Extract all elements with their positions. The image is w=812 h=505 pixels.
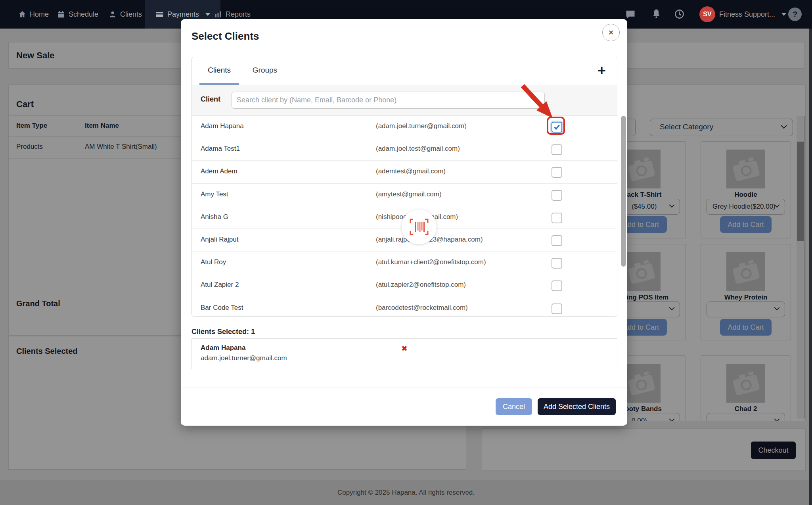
client-checkbox[interactable] <box>552 235 562 246</box>
client-checkbox[interactable] <box>552 167 562 178</box>
client-row[interactable]: Adama Test1 (adam.joel.test@gmail.com) <box>192 138 617 161</box>
client-search-label: Client <box>201 95 220 104</box>
tab-groups-label: Groups <box>253 66 277 75</box>
add-selected-clients-button[interactable]: Add Selected Clients <box>538 398 616 415</box>
tab-clients-label: Clients <box>208 66 231 75</box>
add-client-plus-icon[interactable]: + <box>598 62 606 79</box>
client-name: Atul Zapier 2 <box>201 281 239 289</box>
client-name: Adem Adem <box>201 167 237 175</box>
client-name: Atul Roy <box>201 258 226 266</box>
client-checkbox[interactable] <box>552 190 562 201</box>
client-email: (adam.joel.test@gmail.com) <box>376 145 460 153</box>
client-email: (atul.zapier2@onefitstop.com) <box>376 281 466 289</box>
client-row[interactable]: Bar Code Test (barcodetest@rocketmail.co… <box>192 297 617 319</box>
client-name: Amy Test <box>201 190 228 198</box>
history-clock-icon[interactable] <box>674 9 685 21</box>
nav-payments-label: Payments <box>167 10 199 19</box>
barcode-scan-badge <box>402 209 437 244</box>
client-checkbox[interactable] <box>552 303 562 314</box>
client-checkbox[interactable] <box>552 258 562 269</box>
client-email: (amytest@gmail.com) <box>376 190 442 198</box>
tab-bar: Clients Groups + <box>192 57 617 85</box>
nav-reports-label: Reports <box>226 10 251 19</box>
client-email: (adam.joel.turner@gmail.com) <box>376 122 467 130</box>
cancel-button[interactable]: Cancel <box>496 398 532 415</box>
remove-selected-icon[interactable]: ✖ <box>401 344 408 353</box>
nav-home[interactable]: Home <box>18 0 49 29</box>
client-name: Anisha G <box>201 213 228 221</box>
client-email: (barcodetest@rocketmail.com) <box>376 304 468 312</box>
annotation-ring <box>547 117 565 135</box>
client-name: Bar Code Test <box>201 304 243 312</box>
client-checkbox[interactable] <box>552 213 562 223</box>
chevron-down-icon <box>781 13 786 16</box>
client-row[interactable]: Adem Adem (ademtest@gmail.com) <box>192 161 617 183</box>
client-row[interactable]: Atul Roy (atul.kumar+client2@onefitstop.… <box>192 252 617 274</box>
client-search-input[interactable] <box>232 92 545 109</box>
notifications-bell-icon[interactable] <box>651 8 662 21</box>
client-checkbox[interactable] <box>552 144 562 155</box>
divider <box>181 47 627 47</box>
selected-client-email: adam.joel.turner@gmail.com <box>201 354 287 362</box>
nav-schedule-label: Schedule <box>69 10 98 19</box>
client-email: (atul.kumar+client2@onefitstop.com) <box>376 258 486 266</box>
payments-card-icon <box>155 10 164 19</box>
client-checkbox[interactable] <box>552 280 562 291</box>
client-name: Adama Test1 <box>201 145 240 153</box>
bar-chart-icon <box>214 10 222 18</box>
selected-client-card: Adam Hapana adam.joel.turner@gmail.com ✖ <box>192 338 617 369</box>
person-icon <box>109 10 117 18</box>
chevron-down-icon <box>205 13 210 16</box>
client-name: Adam Hapana <box>201 122 244 130</box>
client-list-scrollbar-thumb[interactable] <box>621 116 626 267</box>
avatar-initials: SV <box>703 11 711 18</box>
client-name: Anjali Rajput <box>201 236 238 244</box>
home-icon <box>18 10 26 18</box>
selected-client-name: Adam Hapana <box>201 344 245 352</box>
barcode-icon <box>409 219 429 235</box>
calendar-icon <box>57 10 65 18</box>
user-avatar[interactable]: SV <box>699 6 715 22</box>
close-icon[interactable]: ✕ <box>602 24 620 41</box>
modal-title: Select Clients <box>192 30 259 42</box>
chat-icon[interactable] <box>625 9 636 21</box>
tab-clients[interactable]: Clients <box>199 57 239 85</box>
client-row[interactable]: Amy Test (amytest@gmail.com) <box>192 184 617 206</box>
account-menu[interactable]: Fitness Support... <box>719 0 786 29</box>
app-window: Home Schedule Clients Payments Reports <box>0 0 812 505</box>
nav-home-label: Home <box>30 10 49 19</box>
account-name: Fitness Support... <box>719 10 775 19</box>
tab-groups[interactable]: Groups <box>247 57 283 83</box>
nav-clients[interactable]: Clients <box>109 0 142 29</box>
client-email: (ademtest@gmail.com) <box>376 167 446 175</box>
divider <box>181 388 627 388</box>
nav-clients-label: Clients <box>120 10 142 19</box>
help-icon[interactable]: ? <box>788 8 802 21</box>
nav-schedule[interactable]: Schedule <box>57 0 98 29</box>
client-row[interactable]: Atul Zapier 2 (atul.zapier2@onefitstop.c… <box>192 274 617 297</box>
clients-selected-count: Clients Selected: 1 <box>192 328 255 336</box>
